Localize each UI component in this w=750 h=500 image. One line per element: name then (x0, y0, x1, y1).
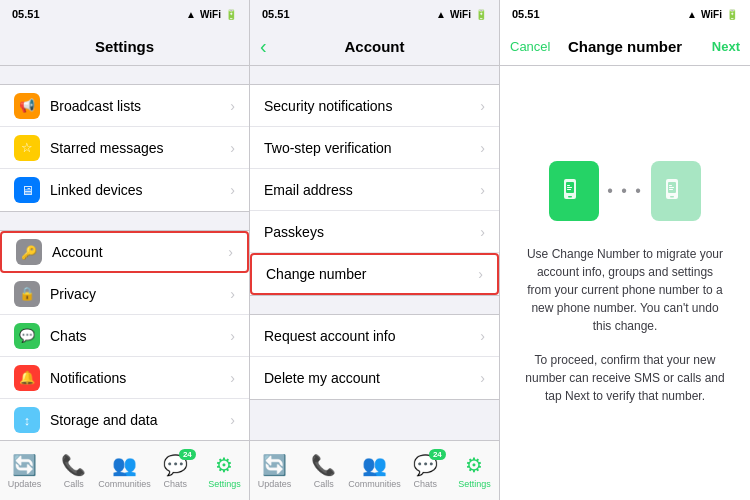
account-icon: 🔑 (16, 239, 42, 265)
wifi-icon-3: WiFi (701, 9, 722, 20)
two-step-item[interactable]: Two-step verification › (250, 127, 499, 169)
updates-tab-label-2: Updates (258, 479, 292, 489)
privacy-item[interactable]: 🔒 Privacy › (0, 273, 249, 315)
account-back-button[interactable]: ‹ (260, 35, 267, 58)
status-bar-3: 05.51 ▲ WiFi 🔋 (500, 0, 750, 28)
account-content: Security notifications › Two-step verifi… (250, 66, 499, 440)
settings-tab-icon-2: ⚙ (465, 453, 483, 477)
signal-icon: ▲ (186, 9, 196, 20)
account-chevron: › (228, 244, 233, 260)
status-icons-1: ▲ WiFi 🔋 (186, 9, 237, 20)
delete-account-item[interactable]: Delete my account › (250, 357, 499, 399)
storage-icon: ↕ (14, 407, 40, 433)
security-chevron: › (480, 98, 485, 114)
broadcast-icon: 📢 (14, 93, 40, 119)
tab-settings[interactable]: ⚙ Settings (200, 453, 249, 489)
account-menu-list: 🔑 Account › 🔒 Privacy › 💬 Chats (0, 230, 249, 440)
status-time-3: 05.51 (512, 8, 540, 20)
account-label: Account (52, 244, 228, 260)
calls-tab-icon: 📞 (61, 453, 86, 477)
chats-label: Chats (50, 328, 230, 344)
top-menu-list: 📢 Broadcast lists › ☆ Starred messages ›… (0, 84, 249, 212)
settings-content: 📢 Broadcast lists › ☆ Starred messages ›… (0, 66, 249, 440)
status-bar-2: 05.51 ▲ WiFi 🔋 (250, 0, 499, 28)
tab-communities-2[interactable]: 👥 Communities (348, 453, 401, 489)
account-nav-title: Account (345, 38, 405, 55)
notifications-icon: 🔔 (14, 365, 40, 391)
security-notifications-item[interactable]: Security notifications › (250, 85, 499, 127)
cancel-button[interactable]: Cancel (510, 39, 550, 54)
phone-icon-light (662, 177, 690, 205)
settings-top-section: 📢 Broadcast lists › ☆ Starred messages ›… (0, 84, 249, 212)
change-number-desc1: Use Change Number to migrate your accoun… (524, 245, 726, 335)
linked-devices-item[interactable]: 🖥 Linked devices › (0, 169, 249, 211)
settings-tab-bar: 🔄 Updates 📞 Calls 👥 Communities 💬 24 Cha… (0, 440, 249, 500)
tab-calls[interactable]: 📞 Calls (49, 453, 98, 489)
settings-account-section: 🔑 Account › 🔒 Privacy › 💬 Chats (0, 230, 249, 440)
linked-chevron: › (230, 182, 235, 198)
svg-rect-10 (669, 187, 674, 188)
tab-chats-2[interactable]: 💬 24 Chats (401, 453, 450, 489)
notifications-chevron: › (230, 370, 235, 386)
request-account-info-item[interactable]: Request account info › (250, 315, 499, 357)
battery-icon: 🔋 (225, 9, 237, 20)
storage-item[interactable]: ↕ Storage and data › (0, 399, 249, 440)
battery-icon-3: 🔋 (726, 9, 738, 20)
notifications-label: Notifications (50, 370, 230, 386)
tab-communities[interactable]: 👥 Communities (98, 453, 151, 489)
signal-icon-2: ▲ (436, 9, 446, 20)
tab-settings-2[interactable]: ⚙ Settings (450, 453, 499, 489)
tab-chats[interactable]: 💬 24 Chats (151, 453, 200, 489)
svg-rect-2 (568, 196, 572, 198)
updates-tab-label: Updates (8, 479, 42, 489)
email-chevron: › (480, 182, 485, 198)
passkeys-item[interactable]: Passkeys › (250, 211, 499, 253)
phone-card-dark (549, 161, 599, 221)
passkeys-label: Passkeys (264, 224, 480, 240)
change-number-label: Change number (266, 266, 478, 282)
email-address-item[interactable]: Email address › (250, 169, 499, 211)
account-menu-list-top: Security notifications › Two-step verifi… (250, 84, 499, 296)
wifi-icon: WiFi (200, 9, 221, 20)
two-step-label: Two-step verification (264, 140, 480, 156)
email-label: Email address (264, 182, 480, 198)
svg-rect-5 (567, 189, 571, 190)
broadcast-chevron: › (230, 98, 235, 114)
status-icons-3: ▲ WiFi 🔋 (687, 9, 738, 20)
phone-illustration: • • • (549, 161, 701, 221)
account-panel: 05.51 ▲ WiFi 🔋 ‹ Account Security notifi… (250, 0, 500, 500)
tab-updates-2[interactable]: 🔄 Updates (250, 453, 299, 489)
change-number-panel: 05.51 ▲ WiFi 🔋 Cancel Change number Next (500, 0, 750, 500)
notifications-item[interactable]: 🔔 Notifications › (0, 357, 249, 399)
privacy-chevron: › (230, 286, 235, 302)
change-number-item[interactable]: Change number › (250, 253, 499, 295)
chats-icon: 💬 (14, 323, 40, 349)
tab-updates[interactable]: 🔄 Updates (0, 453, 49, 489)
change-number-nav-bar: Cancel Change number Next (500, 28, 750, 66)
settings-nav-bar: Settings (0, 28, 249, 66)
communities-tab-label: Communities (98, 479, 151, 489)
account-nav-bar: ‹ Account (250, 28, 499, 66)
broadcast-lists-item[interactable]: 📢 Broadcast lists › (0, 85, 249, 127)
chats-tab-badge-container-2: 💬 24 (413, 453, 438, 477)
delete-account-label: Delete my account (264, 370, 480, 386)
illustration-dots: • • • (607, 182, 643, 200)
tab-calls-2[interactable]: 📞 Calls (299, 453, 348, 489)
passkeys-chevron: › (480, 224, 485, 240)
next-button[interactable]: Next (712, 39, 740, 54)
svg-rect-9 (669, 185, 672, 186)
chats-tab-label: Chats (164, 479, 188, 489)
updates-tab-icon-2: 🔄 (262, 453, 287, 477)
status-icons-2: ▲ WiFi 🔋 (436, 9, 487, 20)
privacy-label: Privacy (50, 286, 230, 302)
change-number-nav-title: Change number (568, 38, 682, 55)
signal-icon-3: ▲ (687, 9, 697, 20)
svg-rect-8 (670, 196, 674, 198)
starred-messages-item[interactable]: ☆ Starred messages › (0, 127, 249, 169)
chats-item[interactable]: 💬 Chats › (0, 315, 249, 357)
account-settings-section2: Request account info › Delete my account… (250, 314, 499, 400)
account-item[interactable]: 🔑 Account › (0, 231, 249, 273)
wifi-icon-2: WiFi (450, 9, 471, 20)
chats-tab-label-2: Chats (414, 479, 438, 489)
svg-rect-11 (669, 189, 673, 190)
